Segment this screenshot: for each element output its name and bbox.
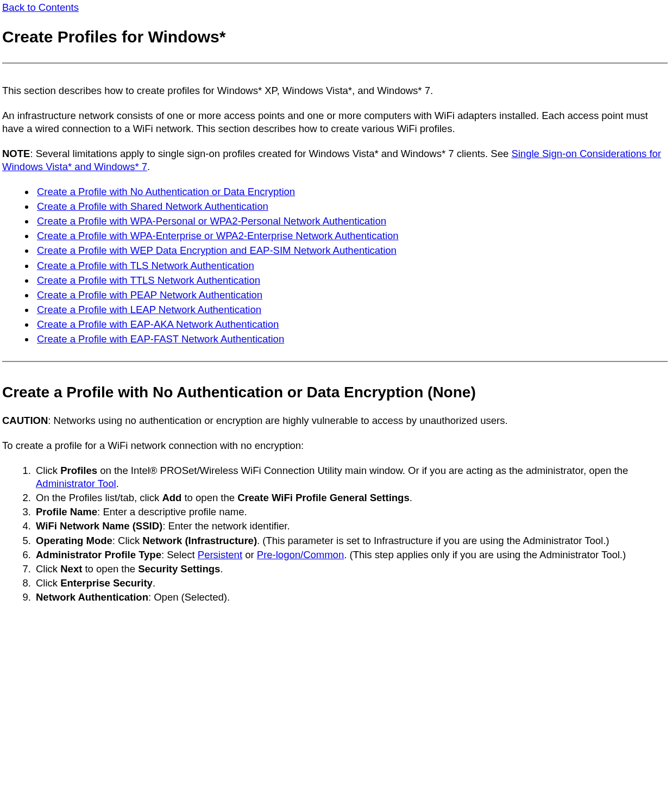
note-text-after: . [147,161,150,172]
step-text: Click [36,577,60,589]
profile-link-eap-fast[interactable]: Create a Profile with EAP-FAST Network A… [37,333,284,345]
list-item: Create a Profile with EAP-AKA Network Au… [35,318,668,331]
list-item: Create a Profile with EAP-FAST Network A… [35,333,668,346]
step-text: : Enter a descriptive profile name. [97,506,247,517]
step-text: or [242,549,257,560]
step-bold: Network Authentication [36,591,148,603]
step-text: to open the [82,563,138,575]
step-text: On the Profiles list/tab, click [36,492,162,503]
list-item: Create a Profile with WPA-Enterprise or … [35,229,668,242]
list-item: Create a Profile with WPA-Personal or WP… [35,215,668,228]
step-9: Network Authentication: Open (Selected). [34,591,668,604]
step-bold: Security Settings [138,563,220,575]
pre-logon-common-link[interactable]: Pre-logon/Common [257,549,344,560]
step-bold: Add [162,492,181,503]
step-text: . [220,563,223,575]
profile-link-eap-aka[interactable]: Create a Profile with EAP-AKA Network Au… [37,319,279,330]
step-bold: Operating Mode [36,535,112,546]
profile-link-no-auth[interactable]: Create a Profile with No Authentication … [37,186,295,197]
divider [2,63,668,64]
list-item: Create a Profile with LEAP Network Authe… [35,303,668,316]
step-text: : Enter the network identifier. [162,520,290,532]
step-bold: WiFi Network Name (SSID) [36,520,162,532]
step-text: : Open (Selected). [148,591,230,603]
intro-paragraph-1: This section describes how to create pro… [2,84,668,97]
profile-link-peap[interactable]: Create a Profile with PEAP Network Authe… [37,289,262,301]
intro-paragraph-2: An infrastructure network consists of on… [2,109,668,135]
profile-link-wpa-enterprise[interactable]: Create a Profile with WPA-Enterprise or … [37,230,399,241]
step-8: Click Enterprise Security. [34,577,668,590]
step-text: . [116,478,119,489]
note-label: NOTE [2,148,30,159]
administrator-tool-link[interactable]: Administrator Tool [36,478,116,489]
back-to-contents-link[interactable]: Back to Contents [2,2,79,13]
list-item: Create a Profile with No Authentication … [35,185,668,198]
step-bold: Profile Name [36,506,97,517]
list-item: Create a Profile with TTLS Network Authe… [35,274,668,287]
step-7: Click Next to open the Security Settings… [34,563,668,576]
caution-label: CAUTION [2,415,48,426]
step-3: Profile Name: Enter a descriptive profil… [34,505,668,519]
step-2: On the Profiles list/tab, click Add to o… [34,491,668,504]
step-text: . (This step applies only if you are usi… [344,549,626,560]
profile-link-tls[interactable]: Create a Profile with TLS Network Authen… [37,260,254,271]
steps-list: Click Profiles on the Intel® PROSet/Wire… [2,464,668,603]
step-text: . [153,577,155,589]
section-title-no-auth: Create a Profile with No Authentication … [2,383,668,402]
profile-link-shared[interactable]: Create a Profile with Shared Network Aut… [37,201,268,212]
step-5: Operating Mode: Click Network (Infrastru… [34,534,668,547]
divider [2,361,668,362]
step-text: . (This parameter is set to Infrastructu… [257,535,609,546]
list-item: Create a Profile with TLS Network Authen… [35,259,668,272]
step-text: to open the [181,492,237,503]
profile-link-wpa-personal[interactable]: Create a Profile with WPA-Personal or WP… [37,215,386,227]
profile-link-wep-eap-sim[interactable]: Create a Profile with WEP Data Encryptio… [37,245,397,256]
list-item: Create a Profile with WEP Data Encryptio… [35,244,668,257]
step-6: Administrator Profile Type: Select Persi… [34,548,668,561]
caution-text: : Networks using no authentication or en… [48,415,507,426]
profile-link-ttls[interactable]: Create a Profile with TTLS Network Authe… [37,274,260,286]
list-item: Create a Profile with PEAP Network Authe… [35,289,668,302]
step-text: . [410,492,412,503]
step-text: : Select [161,549,198,560]
step-bold: Next [60,563,82,575]
step-bold: Profiles [60,465,97,476]
step-text: Click [36,563,60,575]
steps-lead-in: To create a profile for a WiFi network c… [2,439,668,452]
step-text: on the Intel® PROSet/Wireless WiFi Conne… [97,465,628,476]
caution-paragraph: CAUTION: Networks using no authenticatio… [2,414,668,427]
list-item: Create a Profile with Shared Network Aut… [35,200,668,213]
note-paragraph: NOTE: Several limitations apply to singl… [2,147,668,173]
step-bold: Enterprise Security [60,577,153,589]
persistent-link[interactable]: Persistent [198,549,242,560]
step-4: WiFi Network Name (SSID): Enter the netw… [34,520,668,533]
step-bold: Create WiFi Profile General Settings [237,492,409,503]
step-bold: Network (Infrastructure) [142,535,257,546]
profile-link-list: Create a Profile with No Authentication … [2,185,668,346]
step-1: Click Profiles on the Intel® PROSet/Wire… [34,464,668,490]
profile-link-leap[interactable]: Create a Profile with LEAP Network Authe… [37,304,261,315]
page-title: Create Profiles for Windows* [2,26,668,47]
step-text: Click [36,465,60,476]
step-text: : Click [112,535,143,546]
note-text-before: : Several limitations apply to single si… [30,148,511,159]
step-bold: Administrator Profile Type [36,549,161,560]
